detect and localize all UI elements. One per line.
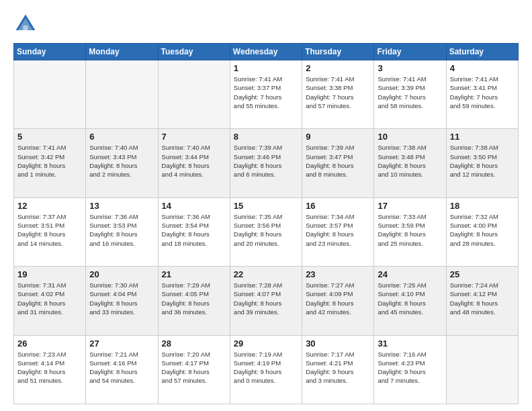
day-number: 28 — [162, 338, 226, 349]
day-number: 19 — [17, 269, 82, 279]
day-info: Sunrise: 7:39 AM Sunset: 3:47 PM Dayligh… — [306, 143, 370, 179]
day-number: 18 — [450, 201, 515, 211]
calendar-day-cell: 5Sunrise: 7:41 AM Sunset: 3:42 PM Daylig… — [14, 129, 86, 197]
day-number: 2 — [306, 63, 370, 73]
calendar-week-row: 12Sunrise: 7:37 AM Sunset: 3:51 PM Dayli… — [14, 197, 519, 266]
calendar-day-cell: 24Sunrise: 7:25 AM Sunset: 4:10 PM Dayli… — [374, 267, 446, 335]
day-number: 12 — [17, 201, 82, 211]
day-number: 26 — [17, 338, 82, 349]
day-number: 25 — [450, 269, 515, 279]
calendar-day-cell: 7Sunrise: 7:40 AM Sunset: 3:44 PM Daylig… — [158, 129, 230, 197]
calendar-header-friday: Friday — [374, 44, 446, 60]
calendar-day-cell: 28Sunrise: 7:20 AM Sunset: 4:17 PM Dayli… — [158, 335, 230, 404]
calendar-day-cell: 27Sunrise: 7:21 AM Sunset: 4:16 PM Dayli… — [86, 335, 158, 404]
day-info: Sunrise: 7:23 AM Sunset: 4:14 PM Dayligh… — [17, 350, 82, 385]
day-number: 6 — [89, 132, 154, 142]
day-number: 21 — [162, 269, 226, 279]
day-number: 13 — [89, 201, 154, 211]
calendar-day-cell: 2Sunrise: 7:41 AM Sunset: 3:38 PM Daylig… — [302, 60, 374, 129]
calendar-day-cell: 18Sunrise: 7:32 AM Sunset: 4:00 PM Dayli… — [446, 197, 518, 266]
day-number: 20 — [89, 269, 154, 279]
calendar-week-row: 26Sunrise: 7:23 AM Sunset: 4:14 PM Dayli… — [14, 335, 519, 404]
calendar-day-cell: 17Sunrise: 7:33 AM Sunset: 3:59 PM Dayli… — [374, 197, 446, 266]
day-info: Sunrise: 7:32 AM Sunset: 4:00 PM Dayligh… — [450, 212, 515, 248]
day-info: Sunrise: 7:38 AM Sunset: 3:50 PM Dayligh… — [450, 143, 515, 179]
day-info: Sunrise: 7:33 AM Sunset: 3:59 PM Dayligh… — [378, 212, 442, 248]
calendar-header-wednesday: Wednesday — [230, 44, 302, 60]
calendar-day-cell: 29Sunrise: 7:19 AM Sunset: 4:19 PM Dayli… — [230, 335, 302, 404]
day-info: Sunrise: 7:40 AM Sunset: 3:43 PM Dayligh… — [89, 143, 154, 179]
calendar-day-cell: 15Sunrise: 7:35 AM Sunset: 3:56 PM Dayli… — [230, 197, 302, 266]
calendar-day-cell: 4Sunrise: 7:41 AM Sunset: 3:41 PM Daylig… — [446, 60, 518, 129]
day-info: Sunrise: 7:41 AM Sunset: 3:37 PM Dayligh… — [234, 75, 298, 110]
calendar-day-cell: 6Sunrise: 7:40 AM Sunset: 3:43 PM Daylig… — [86, 129, 158, 197]
day-number: 15 — [234, 201, 298, 211]
day-number: 11 — [450, 132, 515, 142]
day-number: 23 — [306, 269, 370, 279]
day-info: Sunrise: 7:31 AM Sunset: 4:02 PM Dayligh… — [17, 281, 82, 316]
day-number: 16 — [306, 201, 370, 211]
day-info: Sunrise: 7:24 AM Sunset: 4:12 PM Dayligh… — [450, 281, 515, 316]
calendar-header-sunday: Sunday — [14, 44, 86, 60]
calendar-day-cell: 30Sunrise: 7:17 AM Sunset: 4:21 PM Dayli… — [302, 335, 374, 404]
calendar-day-cell: 25Sunrise: 7:24 AM Sunset: 4:12 PM Dayli… — [446, 267, 518, 335]
calendar-day-cell — [86, 60, 158, 129]
calendar-day-cell: 20Sunrise: 7:30 AM Sunset: 4:04 PM Dayli… — [86, 267, 158, 335]
day-number: 9 — [306, 132, 370, 142]
calendar-day-cell: 14Sunrise: 7:36 AM Sunset: 3:54 PM Dayli… — [158, 197, 230, 266]
day-number: 24 — [378, 269, 442, 279]
calendar-table: SundayMondayTuesdayWednesdayThursdayFrid… — [13, 43, 519, 404]
calendar-day-cell: 11Sunrise: 7:38 AM Sunset: 3:50 PM Dayli… — [446, 129, 518, 197]
logo — [13, 12, 40, 36]
calendar-week-row: 19Sunrise: 7:31 AM Sunset: 4:02 PM Dayli… — [14, 267, 519, 335]
day-info: Sunrise: 7:39 AM Sunset: 3:46 PM Dayligh… — [234, 143, 298, 179]
calendar-day-cell: 13Sunrise: 7:36 AM Sunset: 3:53 PM Dayli… — [86, 197, 158, 266]
calendar-day-cell: 10Sunrise: 7:38 AM Sunset: 3:48 PM Dayli… — [374, 129, 446, 197]
header — [13, 12, 519, 36]
calendar-day-cell: 21Sunrise: 7:29 AM Sunset: 4:05 PM Dayli… — [158, 267, 230, 335]
calendar-header-monday: Monday — [86, 44, 158, 60]
day-info: Sunrise: 7:29 AM Sunset: 4:05 PM Dayligh… — [162, 281, 226, 316]
calendar-header-tuesday: Tuesday — [158, 44, 230, 60]
day-info: Sunrise: 7:25 AM Sunset: 4:10 PM Dayligh… — [378, 281, 442, 316]
day-info: Sunrise: 7:17 AM Sunset: 4:21 PM Dayligh… — [306, 350, 370, 385]
calendar-header-row: SundayMondayTuesdayWednesdayThursdayFrid… — [14, 44, 519, 60]
day-info: Sunrise: 7:28 AM Sunset: 4:07 PM Dayligh… — [234, 281, 298, 316]
day-number: 22 — [234, 269, 298, 279]
day-info: Sunrise: 7:41 AM Sunset: 3:41 PM Dayligh… — [450, 75, 515, 110]
day-info: Sunrise: 7:40 AM Sunset: 3:44 PM Dayligh… — [162, 143, 226, 179]
day-info: Sunrise: 7:41 AM Sunset: 3:42 PM Dayligh… — [17, 143, 82, 179]
day-number: 4 — [450, 63, 515, 73]
calendar-day-cell — [446, 335, 518, 404]
day-number: 10 — [378, 132, 442, 142]
calendar-day-cell: 16Sunrise: 7:34 AM Sunset: 3:57 PM Dayli… — [302, 197, 374, 266]
day-info: Sunrise: 7:36 AM Sunset: 3:53 PM Dayligh… — [89, 212, 154, 248]
svg-rect-2 — [23, 26, 28, 30]
calendar-day-cell — [14, 60, 86, 129]
calendar-week-row: 1Sunrise: 7:41 AM Sunset: 3:37 PM Daylig… — [14, 60, 519, 129]
day-info: Sunrise: 7:35 AM Sunset: 3:56 PM Dayligh… — [234, 212, 298, 248]
calendar-day-cell: 19Sunrise: 7:31 AM Sunset: 4:02 PM Dayli… — [14, 267, 86, 335]
calendar-day-cell: 23Sunrise: 7:27 AM Sunset: 4:09 PM Dayli… — [302, 267, 374, 335]
calendar-day-cell: 1Sunrise: 7:41 AM Sunset: 3:37 PM Daylig… — [230, 60, 302, 129]
day-number: 7 — [162, 132, 226, 142]
day-number: 5 — [17, 132, 82, 142]
day-number: 14 — [162, 201, 226, 211]
day-info: Sunrise: 7:30 AM Sunset: 4:04 PM Dayligh… — [89, 281, 154, 316]
day-info: Sunrise: 7:16 AM Sunset: 4:23 PM Dayligh… — [378, 350, 442, 385]
calendar-day-cell: 3Sunrise: 7:41 AM Sunset: 3:39 PM Daylig… — [374, 60, 446, 129]
day-info: Sunrise: 7:34 AM Sunset: 3:57 PM Dayligh… — [306, 212, 370, 248]
day-info: Sunrise: 7:41 AM Sunset: 3:38 PM Dayligh… — [306, 75, 370, 110]
day-info: Sunrise: 7:19 AM Sunset: 4:19 PM Dayligh… — [234, 350, 298, 385]
day-number: 29 — [234, 338, 298, 349]
calendar-day-cell: 9Sunrise: 7:39 AM Sunset: 3:47 PM Daylig… — [302, 129, 374, 197]
logo-icon — [13, 12, 38, 36]
calendar-header-saturday: Saturday — [446, 44, 518, 60]
calendar-day-cell: 22Sunrise: 7:28 AM Sunset: 4:07 PM Dayli… — [230, 267, 302, 335]
day-info: Sunrise: 7:27 AM Sunset: 4:09 PM Dayligh… — [306, 281, 370, 316]
day-info: Sunrise: 7:36 AM Sunset: 3:54 PM Dayligh… — [162, 212, 226, 248]
day-info: Sunrise: 7:37 AM Sunset: 3:51 PM Dayligh… — [17, 212, 82, 248]
day-number: 31 — [378, 338, 442, 349]
calendar-day-cell: 8Sunrise: 7:39 AM Sunset: 3:46 PM Daylig… — [230, 129, 302, 197]
calendar-day-cell — [158, 60, 230, 129]
